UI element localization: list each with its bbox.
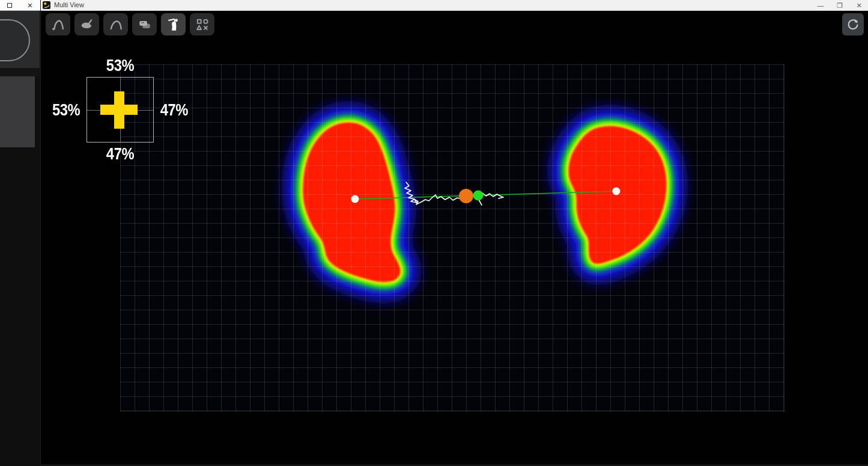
layers-icon — [137, 17, 153, 32]
right-foot-center-dot — [613, 188, 621, 195]
background-window-strip: ✕ — [0, 0, 41, 466]
green-cop-dot — [473, 191, 484, 201]
background-restore-button[interactable] — [7, 3, 12, 8]
toolbar-button-golfer[interactable] — [161, 13, 186, 35]
minimize-button[interactable]: — — [815, 1, 826, 10]
app-logo-icon — [43, 1, 50, 9]
balance-bottom-percentage: 47% — [91, 145, 150, 164]
background-window-content — [0, 11, 40, 68]
background-window-divider — [0, 68, 40, 76]
plot-overlay — [120, 64, 785, 411]
background-window-panel — [0, 76, 35, 147]
balance-top-percentage: 53% — [91, 57, 150, 75]
toolbar-button-ball-flight[interactable] — [46, 13, 70, 35]
club-head-icon — [79, 17, 95, 32]
close-button[interactable]: ✕ — [854, 1, 864, 10]
balance-right-percentage: 47% — [160, 101, 202, 120]
background-close-button[interactable]: ✕ — [27, 2, 32, 9]
left-foot-center-dot — [351, 195, 359, 203]
shapes-icon — [195, 17, 210, 32]
orange-cop-dot — [459, 189, 473, 203]
pressure-plot-area[interactable] — [120, 64, 785, 411]
balance-indicator-box — [86, 77, 154, 143]
multiview-titlebar: Multi View — ❐ ✕ — [41, 0, 868, 11]
balance-left-percentage: 53% — [38, 101, 80, 120]
arc-icon — [108, 17, 124, 32]
cop-connector-line — [355, 191, 616, 199]
background-window-titlebar: ✕ — [0, 0, 40, 11]
trajectory-arc-icon — [50, 17, 66, 32]
toolbar-button-shapes[interactable] — [190, 13, 214, 35]
restore-button[interactable]: ❐ — [834, 1, 845, 10]
rounded-outline-shape — [0, 19, 30, 61]
refresh-button[interactable] — [842, 13, 864, 35]
toolbar-button-club-head[interactable] — [74, 13, 99, 35]
refresh-icon — [846, 17, 860, 32]
view-toolbar — [46, 13, 214, 35]
toolbar-button-swing-arc[interactable] — [103, 13, 128, 35]
toolbar-button-data-cards[interactable] — [132, 13, 157, 35]
cop-trace-line — [405, 182, 466, 204]
golfer-icon — [166, 17, 181, 32]
balance-cross-marker — [114, 91, 124, 129]
window-title: Multi View — [54, 1, 84, 8]
app-window: Multi View — ❐ ✕ — [0, 0, 868, 466]
